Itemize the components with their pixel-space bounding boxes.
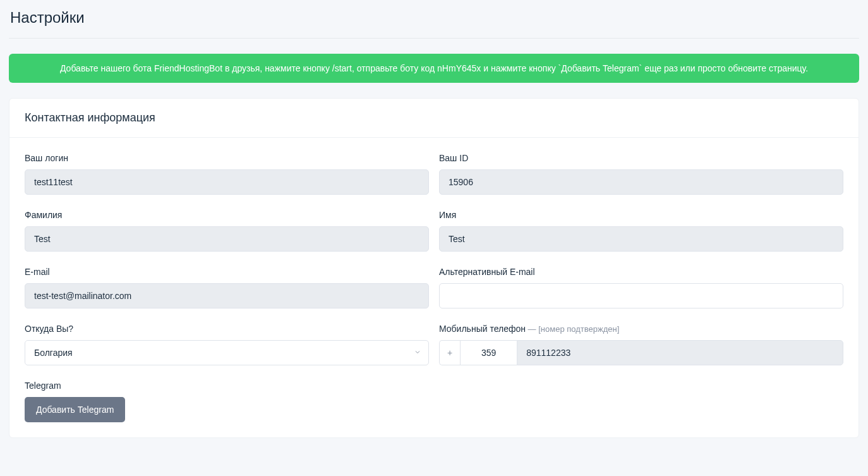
- login-label: Ваш логин: [25, 153, 429, 163]
- phone-code-input[interactable]: [460, 340, 517, 365]
- phone-label: Мобильный телефон — [номер подтвержден]: [439, 324, 843, 334]
- phone-prefix: +: [439, 340, 460, 365]
- firstname-input: [439, 226, 843, 252]
- country-select[interactable]: Болгария: [25, 340, 429, 365]
- alert-success: Добавьте нашего бота FriendHostingBot в …: [9, 54, 859, 83]
- card-body: Ваш логин Ваш ID Фамилия Имя E-mail: [9, 138, 859, 437]
- add-telegram-button[interactable]: Добавить Telegram: [25, 397, 125, 422]
- alt-email-input[interactable]: [439, 283, 843, 308]
- email-input: [25, 283, 429, 308]
- phone-input-group: +: [439, 340, 843, 365]
- lastname-label: Фамилия: [25, 210, 429, 220]
- phone-number-input: [517, 340, 843, 365]
- lastname-input: [25, 226, 429, 252]
- telegram-label: Telegram: [25, 381, 429, 391]
- alt-email-label: Альтернативный E-mail: [439, 267, 843, 277]
- divider: [9, 38, 859, 39]
- phone-hint: — [номер подтвержден]: [526, 324, 619, 334]
- id-input: [439, 169, 843, 195]
- firstname-label: Имя: [439, 210, 843, 220]
- country-label: Откуда Вы?: [25, 324, 429, 334]
- card-title: Контактная информация: [25, 111, 843, 125]
- contact-info-card: Контактная информация Ваш логин Ваш ID Ф…: [9, 98, 859, 438]
- email-label: E-mail: [25, 267, 429, 277]
- login-input: [25, 169, 429, 195]
- id-label: Ваш ID: [439, 153, 843, 163]
- card-header: Контактная информация: [9, 99, 859, 138]
- phone-label-text: Мобильный телефон: [439, 324, 526, 334]
- page-title: Настройки: [9, 9, 859, 27]
